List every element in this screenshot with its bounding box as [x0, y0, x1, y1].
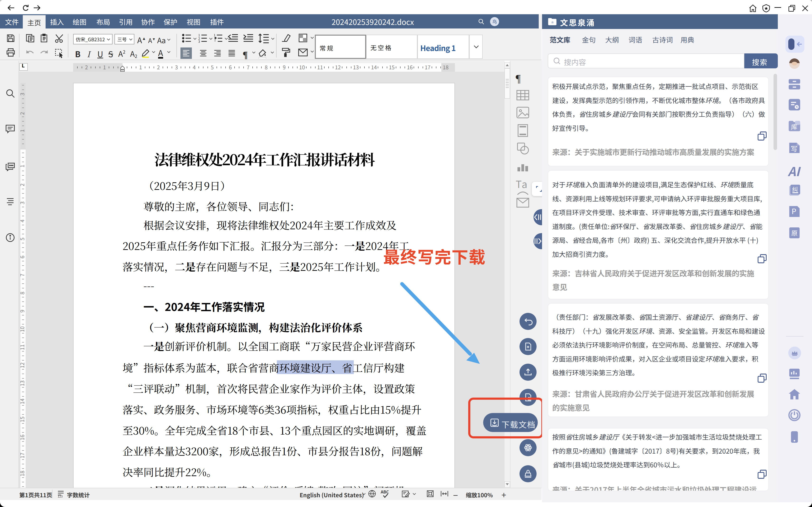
svg-text:3: 3: [20, 93, 25, 96]
svg-text:2: 2: [20, 183, 25, 186]
svg-text:4: 4: [193, 63, 196, 71]
svg-text:13: 13: [20, 381, 25, 386]
svg-text:10: 10: [299, 63, 305, 71]
svg-text:5: 5: [20, 238, 25, 240]
svg-text:4: 4: [20, 220, 25, 222]
svg-text:16: 16: [407, 63, 413, 71]
svg-text:库: 库: [791, 122, 798, 131]
svg-text:18: 18: [20, 471, 25, 476]
svg-text:1: 1: [214, 33, 215, 37]
svg-text:P: P: [792, 206, 796, 216]
svg-text:3: 3: [20, 202, 25, 204]
svg-text:18: 18: [443, 63, 448, 71]
svg-text:14: 14: [20, 399, 25, 404]
svg-text:14: 14: [371, 63, 377, 71]
svg-text:写: 写: [791, 144, 798, 153]
svg-text:12: 12: [20, 362, 25, 368]
svg-text:2: 2: [85, 63, 88, 71]
svg-text:17: 17: [20, 453, 25, 458]
svg-text:11: 11: [20, 344, 25, 350]
svg-text:2: 2: [20, 112, 25, 115]
svg-text:123: 123: [58, 494, 63, 498]
svg-text:11: 11: [317, 63, 323, 71]
svg-text:原: 原: [791, 228, 798, 237]
svg-text:1: 1: [20, 165, 25, 168]
svg-text:15: 15: [20, 416, 25, 422]
svg-text:纠: 纠: [792, 185, 798, 193]
svg-text:2: 2: [157, 63, 160, 71]
svg-text:10: 10: [20, 326, 25, 332]
svg-text:5: 5: [211, 63, 214, 71]
svg-text:16: 16: [20, 435, 25, 440]
svg-text:13: 13: [353, 63, 359, 71]
svg-text:12: 12: [335, 63, 341, 71]
svg-text:6: 6: [229, 63, 232, 71]
svg-text:7: 7: [20, 274, 25, 277]
svg-text:17: 17: [425, 63, 430, 71]
svg-text:1: 1: [20, 129, 25, 132]
svg-text:1: 1: [139, 63, 142, 71]
svg-text:3: 3: [198, 39, 200, 43]
svg-text:8: 8: [20, 292, 25, 294]
svg-text:3: 3: [175, 63, 178, 71]
svg-text:1: 1: [103, 63, 106, 71]
svg-text:9: 9: [283, 63, 286, 71]
svg-text:9: 9: [20, 310, 25, 313]
svg-text:8: 8: [265, 63, 268, 71]
svg-text:7: 7: [247, 63, 250, 71]
svg-text:6: 6: [20, 256, 25, 259]
svg-text:15: 15: [389, 63, 395, 71]
